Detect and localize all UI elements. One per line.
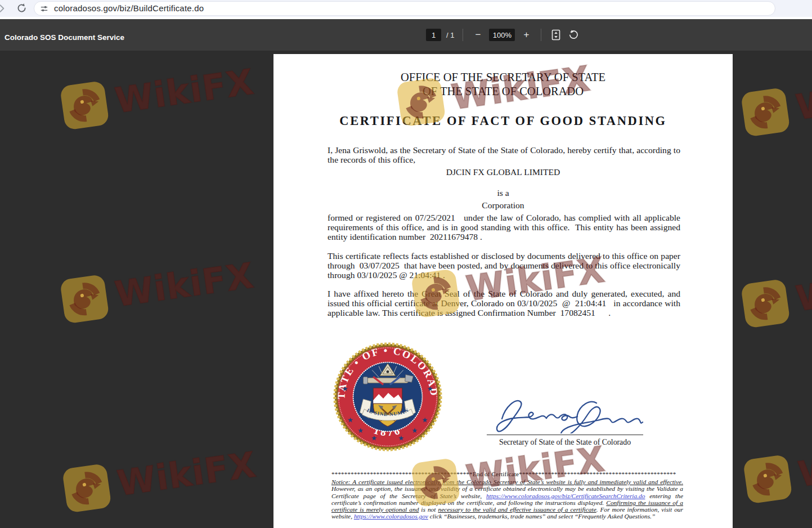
end-of-certificate-line: ****************************************… — [331, 471, 683, 478]
page-total-label: / 1 — [446, 31, 454, 39]
colorado-state-seal: STATE • OF • COLORADO 1876 — [332, 341, 443, 453]
page-number-input[interactable]: 1 — [426, 29, 441, 41]
toolbar-separator — [463, 29, 463, 41]
certificate-title: CERTIFICATE OF FACT OF GOOD STANDING — [273, 114, 733, 128]
zoom-in-button[interactable]: + — [520, 29, 532, 41]
certificate-page: OFFICE OF THE SECRETARY OF STATE OF THE … — [273, 54, 733, 528]
notice-text-segment: Notice: A certificate issued electronica… — [331, 478, 683, 485]
browser-url-bar: coloradosos.gov/biz/BuildCertificate.do — [0, 0, 812, 17]
notice-text-segment: necessary to the valid and effective iss… — [438, 506, 596, 513]
office-heading-line1: OFFICE OF THE SECRETARY OF STATE — [273, 70, 733, 84]
formed-paragraph: formed or registered on 07/25/2021 under… — [328, 213, 680, 242]
notice-paragraph: Notice: A certificate issued electronica… — [331, 478, 683, 520]
entity-type: Corporation — [273, 200, 733, 211]
is-a-label: is a — [273, 188, 733, 198]
screen: coloradosos.gov/biz/BuildCertificate.do … — [0, 0, 812, 528]
url-text[interactable]: coloradosos.gov/biz/BuildCertificate.do — [54, 3, 204, 13]
notice-link[interactable]: https://www.coloradosos.gov/biz/Certific… — [486, 493, 645, 499]
seal-paragraph: I have affixed hereto the Great Seal of … — [328, 289, 680, 318]
notice-text-segment: is not — [419, 506, 438, 513]
fit-to-page-button[interactable] — [550, 28, 562, 42]
pdf-toolbar: Colorado SOS Document Service 1 / 1 − 10… — [0, 19, 812, 51]
footer-block: ****************************************… — [331, 471, 683, 520]
entity-name: DJCIN FX GLOBAL LIMITED — [273, 167, 733, 177]
notice-text-segment: click “Businesses, trademarks, trade nam… — [428, 513, 655, 520]
zoom-out-button[interactable]: − — [472, 29, 484, 41]
forward-icon[interactable] — [0, 3, 7, 14]
site-settings-icon[interactable] — [39, 4, 49, 14]
rotate-button[interactable] — [567, 28, 580, 42]
toolbar-separator — [541, 29, 541, 41]
pdf-document-title: Colorado SOS Document Service — [5, 33, 124, 42]
zoom-level-input[interactable]: 100% — [489, 29, 515, 41]
signature-line — [487, 435, 643, 435]
intro-paragraph: I, Jena Griswold, as the Secretary of St… — [328, 145, 680, 164]
office-heading-line2: OF THE STATE OF COLORADO — [273, 84, 733, 99]
reload-icon[interactable] — [16, 2, 28, 14]
signature-label: Secretary of State of the State of Color… — [477, 438, 653, 447]
office-heading: OFFICE OF THE SECRETARY OF STATE OF THE … — [273, 70, 733, 99]
reflects-paragraph: This certificate reflects facts establis… — [328, 251, 680, 280]
notice-link[interactable]: https://www.coloradosos.gov — [354, 513, 428, 520]
signature-image — [492, 396, 645, 433]
pdf-controls: 1 / 1 − 100% + — [426, 19, 580, 51]
